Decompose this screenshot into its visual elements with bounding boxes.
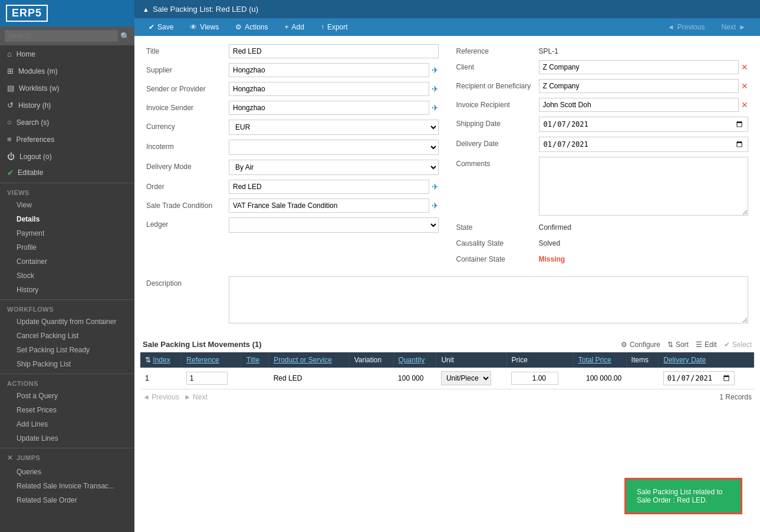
logo-area: ERP5 xyxy=(0,0,134,27)
sender-input[interactable] xyxy=(229,82,429,96)
supplier-input[interactable] xyxy=(229,63,429,77)
qty-col-link[interactable]: Quantity xyxy=(399,356,425,364)
row-reference xyxy=(182,368,241,389)
views-button[interactable]: 👁 Views xyxy=(182,18,227,36)
row-reference-input[interactable] xyxy=(186,372,228,385)
client-input[interactable] xyxy=(539,60,739,74)
ledger-label: Ledger xyxy=(146,217,229,229)
sidebar-item-logout[interactable]: ⏻ Logout (o) xyxy=(0,148,134,165)
home-icon: ⌂ xyxy=(7,49,12,58)
export-button[interactable]: ↑ Export xyxy=(312,18,356,36)
row-product: Red LED xyxy=(269,368,350,389)
search-input[interactable] xyxy=(5,30,118,42)
sidebar-item-add-lines[interactable]: Add Lines xyxy=(0,417,134,431)
currency-select[interactable]: EUR USD xyxy=(229,120,439,135)
next-button[interactable]: Next ► xyxy=(713,18,754,36)
sidebar-item-reset-prices[interactable]: Reset Prices xyxy=(0,403,134,417)
sidebar-item-details[interactable]: Details xyxy=(0,212,134,226)
sidebar-item-home[interactable]: ⌂ Home xyxy=(0,45,134,62)
order-link-icon[interactable]: ✈ xyxy=(432,182,439,191)
prev-page-btn[interactable]: ◄ Previous xyxy=(143,393,179,401)
delivery-mode-select[interactable]: By Air xyxy=(229,160,439,175)
index-col-link[interactable]: Index xyxy=(153,356,170,364)
movements-table-section: Sale Packing List Movements (1) ⚙ Config… xyxy=(134,336,760,411)
sidebar-item-profile[interactable]: Profile xyxy=(0,240,134,255)
sidebar-item-payment[interactable]: Payment xyxy=(0,226,134,240)
col-reference: Reference xyxy=(182,352,241,368)
sidebar-item-update-lines[interactable]: Update Lines xyxy=(0,431,134,445)
sidebar-item-history-view[interactable]: History xyxy=(0,283,134,297)
client-clear-icon[interactable]: ✕ xyxy=(741,62,748,72)
sale-trade-input[interactable] xyxy=(229,199,429,213)
row-delivery-date-input[interactable] xyxy=(663,371,735,385)
prev-icon: ◄ xyxy=(667,23,675,31)
incoterm-select[interactable] xyxy=(229,140,439,155)
sidebar-item-ship[interactable]: Ship Packing List xyxy=(0,357,134,371)
comments-textarea[interactable] xyxy=(539,157,749,216)
sidebar-item-view[interactable]: View xyxy=(0,198,134,212)
sidebar-item-stock[interactable]: Stock xyxy=(0,269,134,283)
edit-btn[interactable]: ☰ Edit xyxy=(696,341,717,349)
invoice-sender-input[interactable] xyxy=(229,101,429,115)
order-field-row: Order ✈ xyxy=(146,180,439,194)
sidebar-item-history[interactable]: ↺ History (h) xyxy=(0,97,134,114)
delivery-date-input[interactable] xyxy=(539,137,749,152)
product-col-link[interactable]: Product or Service xyxy=(274,356,332,364)
invoice-sender-label: Invoice Sender xyxy=(146,101,229,112)
comments-value-wrapper xyxy=(539,157,749,216)
sender-link-icon[interactable]: ✈ xyxy=(432,84,439,94)
invoice-recipient-clear-icon[interactable]: ✕ xyxy=(741,100,748,110)
row-delivery-date xyxy=(659,368,754,389)
sidebar-item-preferences[interactable]: ≡ Preferences xyxy=(0,131,134,148)
arrow-up-icon: ▲ xyxy=(143,6,149,13)
title-field-row: Title xyxy=(146,44,439,58)
sidebar-item-sale-invoice[interactable]: Related Sale Invoice Transac... xyxy=(0,479,134,493)
add-button[interactable]: + Add xyxy=(277,18,312,36)
search-icon[interactable]: 🔍 xyxy=(120,32,130,41)
divider-2 xyxy=(0,299,134,300)
col-price: Price xyxy=(506,352,573,368)
sidebar-item-queries[interactable]: Queries xyxy=(0,465,134,479)
recipient-clear-icon[interactable]: ✕ xyxy=(741,81,748,91)
save-button[interactable]: ✔ Save xyxy=(140,18,182,36)
sidebar-item-container[interactable]: Container xyxy=(0,255,134,269)
select-btn[interactable]: ✔ Select xyxy=(724,341,752,349)
order-input[interactable] xyxy=(229,180,429,194)
editable-row: ✔ Editable xyxy=(0,165,134,180)
title-col-link[interactable]: Title xyxy=(246,356,259,364)
sort-btn[interactable]: ⇅ Sort xyxy=(667,341,689,349)
total-price-col-link[interactable]: Total Price xyxy=(578,356,611,364)
sidebar-item-post-query[interactable]: Post a Query xyxy=(0,389,134,403)
supplier-link-icon[interactable]: ✈ xyxy=(432,65,439,75)
shipping-date-input[interactable] xyxy=(539,117,749,132)
causality-value: Solved xyxy=(539,236,561,247)
ledger-select[interactable] xyxy=(229,217,439,233)
price-input[interactable] xyxy=(511,372,558,385)
reference-label: Reference xyxy=(456,44,539,55)
sidebar-item-search[interactable]: ○ Search (s) xyxy=(0,114,134,131)
reference-col-link[interactable]: Reference xyxy=(186,356,219,364)
previous-button[interactable]: ◄ Previous xyxy=(659,18,713,36)
invoice-sender-link-icon[interactable]: ✈ xyxy=(432,103,439,113)
toolbar-nav: ◄ Previous Next ► xyxy=(659,18,754,36)
invoice-recipient-input[interactable] xyxy=(539,98,739,112)
unit-select[interactable]: Unit/Piece xyxy=(441,371,491,385)
title-input[interactable] xyxy=(229,44,439,58)
sale-trade-link-icon[interactable]: ✈ xyxy=(432,201,439,210)
actions-button[interactable]: ⚙ Actions xyxy=(227,18,276,36)
configure-btn[interactable]: ⚙ Configure xyxy=(621,341,660,349)
sidebar-item-sale-order[interactable]: Related Sale Order xyxy=(0,493,134,507)
delivery-date-col-link[interactable]: Delivery Date xyxy=(663,356,706,364)
sidebar-item-worklists[interactable]: ▤ Worklists (w) xyxy=(0,80,134,97)
notification-box: Sale Packing List related to Sale Order … xyxy=(624,478,742,514)
recipient-input[interactable] xyxy=(539,79,739,93)
sidebar-item-modules[interactable]: ⊞ Modules (m) xyxy=(0,62,134,80)
sidebar-item-set-ready[interactable]: Set Packing List Ready xyxy=(0,343,134,357)
next-page-btn[interactable]: ► Next xyxy=(184,393,208,401)
state-field-row: State Confirmed xyxy=(456,220,749,232)
reference-field-row: Reference SPL-1 xyxy=(456,44,749,55)
sidebar-item-cancel-packing[interactable]: Cancel Packing List xyxy=(0,329,134,343)
description-textarea[interactable] xyxy=(229,276,748,323)
supplier-field-row: Supplier ✈ xyxy=(146,63,439,77)
sidebar-item-update-qty[interactable]: Update Quantity from Container xyxy=(0,315,134,329)
